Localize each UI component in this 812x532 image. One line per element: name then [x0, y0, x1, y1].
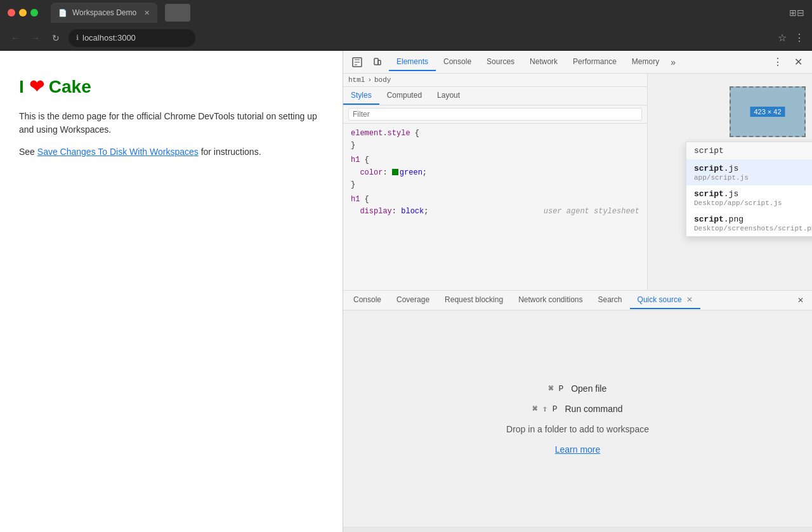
- code-line-element-style: element.style {: [351, 128, 639, 140]
- code-line-h1-ua-open: h1 {: [351, 194, 639, 206]
- devtools-panel: Elements Console Sources Network Perform…: [343, 51, 812, 532]
- code-line-display-comment: display: block; user agent stylesheet: [351, 206, 639, 218]
- title-bar-settings: ⊞⊟: [789, 8, 804, 18]
- autocomplete-main-2: script.png: [694, 215, 812, 224]
- bottom-tab-console[interactable]: Console: [346, 291, 389, 309]
- page-body-text: This is the demo page for the official C…: [19, 110, 324, 136]
- autocomplete-main-1: script.js: [694, 189, 812, 199]
- address-bar: ← → ↻ ℹ localhost:3000 ☆ ⋮: [0, 25, 812, 51]
- address-bar-actions: ☆ ⋮: [778, 32, 804, 44]
- heading-cake-text: Cake: [49, 77, 91, 97]
- autocomplete-item-1[interactable]: script.js Desktop/app/script.js: [686, 185, 812, 211]
- page-instructions: See Save Changes To Disk With Workspaces…: [19, 147, 324, 157]
- see-text: See: [19, 147, 35, 157]
- styles-filter-input[interactable]: [348, 108, 642, 121]
- open-file-label: Open file: [571, 383, 606, 394]
- devtools-close-button[interactable]: ✕: [789, 53, 807, 71]
- autocomplete-main-0: script.js: [694, 164, 812, 173]
- forward-button[interactable]: →: [28, 33, 43, 43]
- learn-more-link[interactable]: Learn more: [555, 444, 601, 455]
- quick-source-close-button[interactable]: ✕: [686, 295, 693, 304]
- styles-tab[interactable]: Styles: [343, 87, 379, 105]
- menu-icon[interactable]: ⋮: [794, 32, 804, 44]
- quick-source-run-command-row: ⌘ ⇧ P Run command: [532, 404, 622, 414]
- bottom-tab-request-blocking[interactable]: Request blocking: [437, 291, 511, 309]
- back-button[interactable]: ←: [8, 33, 23, 43]
- maximize-traffic-light[interactable]: [30, 9, 38, 17]
- styles-tabs-bar: Styles Computed Layout: [343, 87, 647, 105]
- code-line-close1: }: [351, 140, 639, 152]
- browser-tab-bar: 📄 Workspaces Demo ✕: [51, 3, 784, 23]
- device-toolbar-button[interactable]: [369, 53, 386, 71]
- autocomplete-sub-0: app/script.js: [694, 174, 812, 182]
- autocomplete-query: script: [694, 146, 724, 156]
- layout-tab[interactable]: Layout: [429, 87, 468, 105]
- autocomplete-sub-1: Desktop/app/script.js: [694, 199, 812, 207]
- run-command-label: Run command: [565, 404, 623, 414]
- tab-sources[interactable]: Sources: [479, 53, 522, 71]
- bottom-tab-network-conditions[interactable]: Network conditions: [511, 291, 590, 309]
- refresh-button[interactable]: ↻: [48, 33, 63, 43]
- minimize-traffic-light[interactable]: [19, 9, 27, 17]
- computed-tab[interactable]: Computed: [379, 87, 429, 105]
- autocomplete-item-2[interactable]: script.png Desktop/screenshots/script.pn…: [686, 211, 812, 236]
- styles-filter: [343, 105, 647, 124]
- cmd-p-shortcut: ⌘ P: [549, 383, 563, 394]
- bottom-drawer-toolbar: Console Coverage Request blocking Networ…: [343, 290, 812, 310]
- devtools-tabs: Elements Console Sources Network Perform…: [389, 53, 679, 71]
- url-info-icon: ℹ: [76, 34, 79, 42]
- for-text: for instructions.: [201, 147, 261, 157]
- more-tabs-button[interactable]: »: [667, 55, 679, 70]
- devtools-toolbar-right: ⋮ ✕: [769, 53, 807, 71]
- page-heading: I ❤ Cake: [19, 76, 324, 97]
- url-text: localhost:3000: [82, 33, 136, 43]
- tab-page-icon: 📄: [58, 9, 67, 17]
- bottom-scrollbar[interactable]: [343, 527, 812, 532]
- bottom-tab-quick-source[interactable]: Quick source ✕: [630, 291, 700, 309]
- autocomplete-input-row: script: [686, 142, 812, 160]
- devtools-toolbar: Elements Console Sources Network Perform…: [343, 51, 812, 74]
- tab-elements[interactable]: Elements: [389, 53, 436, 71]
- bottom-close-icon[interactable]: ✕: [792, 291, 809, 309]
- tab-console[interactable]: Console: [436, 53, 479, 71]
- bottom-tab-search[interactable]: Search: [591, 291, 630, 309]
- code-line-color: color: green;: [351, 167, 639, 179]
- breadcrumb-html: html: [348, 76, 365, 84]
- workspaces-link[interactable]: Save Changes To Disk With Workspaces: [37, 147, 199, 157]
- main-area: I ❤ Cake This is the demo page for the o…: [0, 51, 812, 532]
- tab-memory[interactable]: Memory: [624, 53, 667, 71]
- bottom-tab-coverage[interactable]: Coverage: [389, 291, 437, 309]
- bookmark-icon[interactable]: ☆: [778, 32, 787, 44]
- autocomplete-item-0[interactable]: script.js app/script.js: [686, 160, 812, 185]
- cmd-shift-p-shortcut: ⌘ ⇧ P: [532, 404, 557, 414]
- quick-source-open-file-row: ⌘ P Open file: [549, 383, 606, 394]
- styles-code-panel: element.style { } h1 { color: green; } h…: [343, 124, 647, 290]
- devtools-settings-button[interactable]: ⋮: [769, 53, 787, 71]
- tab-performance[interactable]: Performance: [565, 53, 624, 71]
- close-traffic-light[interactable]: [8, 9, 15, 17]
- browser-tab[interactable]: 📄 Workspaces Demo ✕: [51, 3, 157, 23]
- title-bar: 📄 Workspaces Demo ✕ ⊞⊟: [0, 0, 812, 25]
- element-box-model: 423 × 42: [730, 86, 806, 137]
- heading-green-text: I: [19, 77, 24, 97]
- new-tab-area[interactable]: [165, 4, 190, 22]
- dom-breadcrumb: html › body: [343, 74, 647, 87]
- quick-source-panel: ⌘ P Open file ⌘ ⇧ P Run command Drop in …: [343, 310, 812, 527]
- code-line-h1-open: h1 {: [351, 154, 639, 166]
- element-dimensions: 423 × 42: [750, 107, 785, 117]
- tab-network[interactable]: Network: [522, 53, 565, 71]
- breadcrumb-body: body: [374, 76, 391, 84]
- drop-folder-text: Drop in a folder to add to workspace: [506, 424, 649, 434]
- code-line-h1-close: }: [351, 179, 639, 191]
- bottom-toolbar-right: ✕: [792, 291, 809, 309]
- svg-rect-2: [378, 60, 381, 65]
- svg-rect-1: [374, 58, 378, 65]
- browser-tab-title: Workspaces Demo: [72, 8, 136, 17]
- traffic-lights: [8, 9, 38, 17]
- inspect-element-button[interactable]: [348, 53, 366, 71]
- heart-icon: ❤: [29, 76, 44, 97]
- tab-close-button[interactable]: ✕: [144, 9, 150, 17]
- elements-panel: html › body Styles Computed Layout eleme…: [343, 74, 648, 290]
- webpage-content: I ❤ Cake This is the demo page for the o…: [0, 51, 343, 532]
- url-bar[interactable]: ℹ localhost:3000: [69, 29, 195, 47]
